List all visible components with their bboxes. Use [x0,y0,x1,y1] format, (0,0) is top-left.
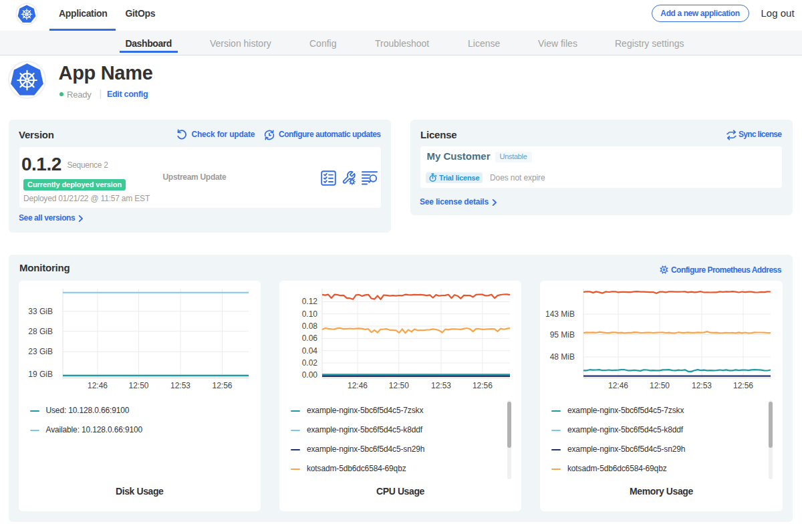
svg-text:0.02: 0.02 [302,358,318,368]
svg-text:48 MiB: 48 MiB [550,352,575,362]
svg-text:23 GiB: 23 GiB [28,347,53,356]
svg-text:28 GiB: 28 GiB [28,327,53,336]
svg-text:12:53: 12:53 [692,381,712,390]
svg-text:12:46: 12:46 [87,381,107,390]
svg-text:12:50: 12:50 [650,381,670,390]
svg-text:0.10: 0.10 [302,309,318,319]
svg-text:12:53: 12:53 [431,381,451,390]
svg-text:12:56: 12:56 [473,381,493,390]
svg-text:95 MiB: 95 MiB [550,330,575,340]
svg-text:12:50: 12:50 [128,381,148,390]
svg-text:12:46: 12:46 [608,381,628,390]
svg-text:19 GiB: 19 GiB [28,370,53,379]
svg-text:0.12: 0.12 [302,297,318,306]
svg-text:0.06: 0.06 [302,334,318,343]
svg-text:12:50: 12:50 [389,381,409,390]
svg-text:12:53: 12:53 [170,381,190,390]
svg-text:0.00: 0.00 [302,370,318,380]
svg-text:0.04: 0.04 [302,346,318,356]
svg-text:12:46: 12:46 [348,381,368,390]
svg-text:143 MiB: 143 MiB [545,309,575,319]
svg-text:12:56: 12:56 [733,381,753,390]
svg-text:33 GiB: 33 GiB [28,307,53,316]
svg-text:0.08: 0.08 [302,321,318,331]
svg-text:12:56: 12:56 [212,381,232,390]
